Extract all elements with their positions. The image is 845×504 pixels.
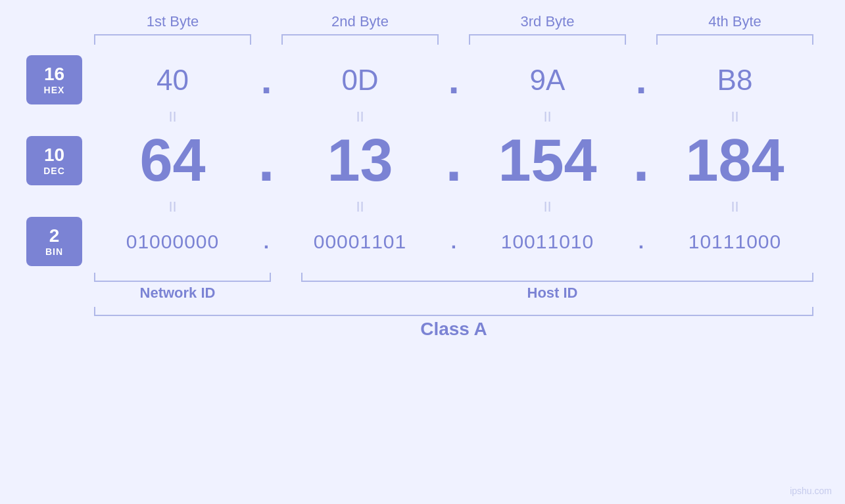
- dec-dot-2: .: [444, 127, 464, 195]
- bin-val-2: 00001101: [276, 231, 444, 253]
- dec-badge-label: DEC: [43, 166, 65, 176]
- dec-badge: 10 DEC: [26, 136, 82, 185]
- hex-val-1: 40: [89, 64, 256, 97]
- eq1-4: II: [651, 108, 819, 126]
- bin-badge: 2 BIN: [26, 217, 82, 266]
- bin-values: 01000000 . 00001101 . 10011010 . 1011100…: [89, 231, 819, 253]
- bin-row: 2 BIN 01000000 . 00001101 . 10011010 . 1…: [26, 217, 819, 266]
- eq1-1: II: [89, 108, 256, 126]
- hex-val-2: 0D: [276, 64, 444, 97]
- eq2-1: II: [89, 198, 256, 216]
- bottom-bracket-host: [301, 273, 813, 282]
- byte-label-3: 3rd Byte: [464, 13, 631, 34]
- dec-row: 10 DEC 64 . 13 . 154 . 184: [26, 127, 819, 195]
- eq1-2: II: [276, 108, 444, 126]
- top-bracket-3: [469, 34, 626, 45]
- top-bracket-4: [656, 34, 813, 45]
- byte-label-1: 1st Byte: [89, 13, 256, 34]
- hex-badge-number: 16: [44, 64, 64, 85]
- eq2-4: II: [651, 198, 819, 216]
- top-bracket-1: [94, 34, 251, 45]
- hex-dot-1: .: [256, 57, 276, 103]
- hex-badge: 16 HEX: [26, 55, 82, 104]
- top-bracket-2: [281, 34, 439, 45]
- eq1-3: II: [464, 108, 631, 126]
- hex-dot-2: .: [444, 57, 464, 103]
- dec-val-4: 184: [651, 127, 819, 195]
- bin-badge-number: 2: [49, 226, 60, 246]
- main-container: 1st Byte 2nd Byte 3rd Byte 4th Byte 16 H…: [0, 0, 845, 504]
- class-bracket: [94, 307, 813, 316]
- hex-row: 16 HEX 40 . 0D . 9A . B8: [26, 55, 819, 104]
- dec-values: 64 . 13 . 154 . 184: [89, 127, 819, 195]
- eq2-2: II: [276, 198, 444, 216]
- hex-val-3: 9A: [464, 64, 631, 97]
- bin-val-1: 01000000: [89, 231, 256, 253]
- dec-val-2: 13: [276, 127, 444, 195]
- dec-val-1: 64: [89, 127, 256, 195]
- hex-dot-3: .: [631, 57, 651, 103]
- host-id-label: Host ID: [286, 285, 819, 302]
- dec-val-3: 154: [464, 127, 631, 195]
- dec-dot-1: .: [256, 127, 276, 195]
- network-id-label: Network ID: [89, 285, 266, 302]
- bin-dot-2: .: [444, 231, 464, 253]
- byte-label-2: 2nd Byte: [276, 13, 444, 34]
- hex-badge-label: HEX: [44, 85, 65, 95]
- bin-val-4: 10111000: [651, 231, 819, 253]
- dec-badge-number: 10: [44, 145, 64, 166]
- bin-dot-3: .: [631, 231, 651, 253]
- dec-dot-3: .: [631, 127, 651, 195]
- bin-dot-1: .: [256, 231, 276, 253]
- hex-values: 40 . 0D . 9A . B8: [89, 57, 819, 103]
- class-label: Class A: [89, 319, 819, 340]
- watermark: ipshu.com: [790, 486, 832, 496]
- bin-badge-label: BIN: [45, 246, 63, 257]
- bottom-bracket-network: [94, 273, 271, 282]
- hex-val-4: B8: [651, 64, 819, 97]
- eq2-3: II: [464, 198, 631, 216]
- byte-label-4: 4th Byte: [651, 13, 819, 34]
- bin-val-3: 10011010: [464, 231, 631, 253]
